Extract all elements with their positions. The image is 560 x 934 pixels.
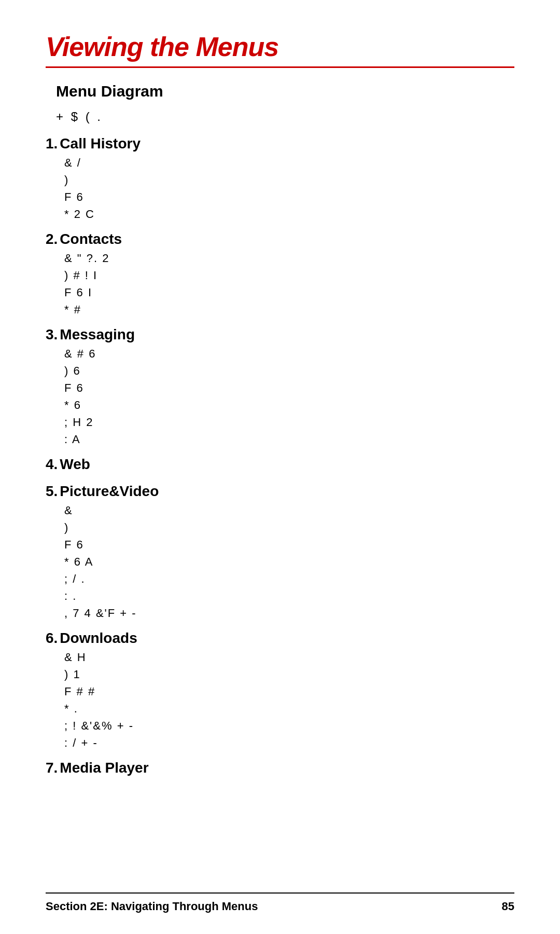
menu-item-title-row: 5. Picture&Video xyxy=(46,483,514,502)
sub-line: F # # xyxy=(64,683,514,700)
menu-item-title-row: 2. Contacts xyxy=(46,231,514,250)
menu-item-number: 2. xyxy=(46,231,58,248)
sub-line: & / xyxy=(64,154,514,171)
section-heading: Menu Diagram xyxy=(56,83,514,100)
menu-item-number: 5. xyxy=(46,483,58,500)
menu-item-label: Web xyxy=(60,456,90,473)
sub-line: ) # ! I xyxy=(64,267,514,284)
sub-line: ; ! &'&% + - xyxy=(64,717,514,734)
sub-lines: & " ?. 2) # ! IF 6 I* # xyxy=(64,250,514,318)
title-underline xyxy=(46,66,514,68)
menu-item-number: 1. xyxy=(46,135,58,152)
intro-line: + $ ( . xyxy=(56,109,514,124)
sub-lines: & /)F 6* 2 C xyxy=(64,154,514,223)
footer-left: Section 2E: Navigating Through Menus xyxy=(46,900,258,913)
sub-line: * 6 xyxy=(64,396,514,414)
footer: Section 2E: Navigating Through Menus 85 xyxy=(46,892,514,913)
sub-line: * . xyxy=(64,700,514,717)
menu-item: 6. Downloads& H) 1F # #* .; ! &'&% + -: … xyxy=(46,630,514,751)
menu-item-number: 6. xyxy=(46,630,58,647)
menu-item-label: Picture&Video xyxy=(60,483,159,500)
sub-line: & # 6 xyxy=(64,345,514,362)
menu-item-label: Call History xyxy=(60,135,141,152)
sub-line: & xyxy=(64,502,514,519)
sub-line: ) 1 xyxy=(64,666,514,683)
sub-line: : . xyxy=(64,587,514,605)
menu-item-title-row: 1. Call History xyxy=(46,135,514,154)
sub-line: F 6 xyxy=(64,188,514,205)
sub-lines: & # 6) 6F 6* 6; H 2: A xyxy=(64,345,514,448)
page-container: Viewing the Menus Menu Diagram + $ ( . 1… xyxy=(0,0,560,934)
sub-line: * 6 A xyxy=(64,553,514,570)
menu-item-title-row: 4. Web xyxy=(46,456,514,475)
menu-item-number: 7. xyxy=(46,760,58,776)
menu-item: 1. Call History& /)F 6* 2 C xyxy=(46,135,514,223)
menu-item-label: Contacts xyxy=(60,231,122,248)
menu-item-title-row: 6. Downloads xyxy=(46,630,514,649)
sub-line: ) xyxy=(64,171,514,188)
menu-item-title-row: 7. Media Player xyxy=(46,760,514,778)
sub-lines: &)F 6* 6 A; / .: ., 7 4 &'F + - xyxy=(64,502,514,622)
sub-line: : / + - xyxy=(64,734,514,751)
sub-line: * 2 C xyxy=(64,205,514,223)
sub-line: : A xyxy=(64,431,514,448)
sub-line: ) 6 xyxy=(64,362,514,379)
sub-line: F 6 xyxy=(64,379,514,396)
menu-item-label: Messaging xyxy=(60,326,135,343)
sub-line: , 7 4 &'F + - xyxy=(64,605,514,622)
sub-line: ) xyxy=(64,519,514,536)
menu-item: 5. Picture&Video&)F 6* 6 A; / .: ., 7 4 … xyxy=(46,483,514,622)
menu-item-label: Media Player xyxy=(60,760,148,776)
menu-item-label: Downloads xyxy=(60,630,137,647)
sub-line: F 6 I xyxy=(64,284,514,301)
sub-line: * # xyxy=(64,301,514,318)
sub-line: & H xyxy=(64,649,514,666)
menu-item: 2. Contacts& " ?. 2) # ! IF 6 I* # xyxy=(46,231,514,318)
menu-item-number: 3. xyxy=(46,326,58,343)
menu-item: 7. Media Player xyxy=(46,760,514,778)
sub-line: ; H 2 xyxy=(64,414,514,431)
menu-item: 4. Web xyxy=(46,456,514,475)
sub-line: ; / . xyxy=(64,570,514,587)
menu-item-number: 4. xyxy=(46,456,58,473)
menu-item: 3. Messaging& # 6) 6F 6* 6; H 2: A xyxy=(46,326,514,448)
menu-list: 1. Call History& /)F 6* 2 C2. Contacts& … xyxy=(46,135,514,787)
sub-lines: & H) 1F # #* .; ! &'&% + -: / + - xyxy=(64,649,514,751)
footer-right: 85 xyxy=(502,900,514,913)
sub-line: F 6 xyxy=(64,536,514,553)
sub-line: & " ?. 2 xyxy=(64,250,514,267)
menu-item-title-row: 3. Messaging xyxy=(46,326,514,345)
page-title: Viewing the Menus xyxy=(46,31,514,62)
